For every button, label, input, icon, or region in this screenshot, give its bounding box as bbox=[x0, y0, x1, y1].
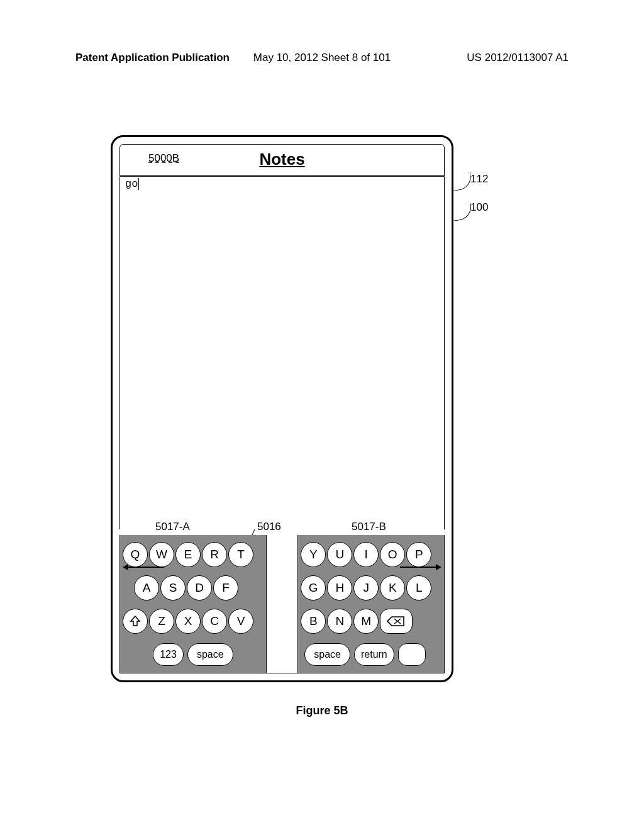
key-s[interactable]: S bbox=[160, 575, 186, 600]
key-o[interactable]: O bbox=[380, 542, 405, 567]
shift-icon bbox=[129, 615, 142, 628]
key-r[interactable]: R bbox=[202, 542, 227, 567]
key-u[interactable]: U bbox=[327, 542, 352, 567]
key-p[interactable]: P bbox=[406, 542, 431, 567]
key-space-left[interactable]: space bbox=[187, 643, 233, 666]
keyboard-right-half[interactable]: Y U I O P G H J K L B N M bbox=[298, 535, 444, 673]
key-t[interactable]: T bbox=[228, 542, 253, 567]
key-blank[interactable] bbox=[398, 643, 426, 666]
drag-arrow-right-icon bbox=[400, 567, 440, 568]
publication-number: US 2012/0113007 A1 bbox=[467, 52, 569, 64]
key-l[interactable]: L bbox=[406, 575, 431, 600]
key-k[interactable]: K bbox=[380, 575, 405, 600]
key-y[interactable]: Y bbox=[301, 542, 326, 567]
notes-text-area[interactable]: go bbox=[119, 177, 445, 529]
key-m[interactable]: M bbox=[353, 609, 379, 634]
callout-112: 112 bbox=[470, 173, 488, 185]
key-w[interactable]: W bbox=[149, 542, 174, 567]
key-g[interactable]: G bbox=[301, 575, 326, 600]
key-return[interactable]: return bbox=[354, 643, 394, 666]
title-bar: 5000B Notes bbox=[119, 144, 445, 177]
key-f[interactable]: F bbox=[213, 575, 238, 600]
key-shift[interactable] bbox=[123, 609, 148, 634]
key-e[interactable]: E bbox=[175, 542, 201, 567]
key-b[interactable]: B bbox=[301, 609, 326, 634]
key-backspace[interactable] bbox=[380, 609, 413, 634]
split-keyboard: Q W E R T A S D F bbox=[119, 535, 445, 673]
key-123[interactable]: 123 bbox=[153, 643, 184, 666]
leader-100 bbox=[452, 203, 473, 221]
device-body: 5000B Notes go 5017-A 5016 5017-B Q W E bbox=[111, 135, 453, 682]
key-x[interactable]: X bbox=[175, 609, 201, 634]
key-n[interactable]: N bbox=[327, 609, 352, 634]
label-5017b: 5017-B bbox=[352, 521, 386, 533]
key-h[interactable]: H bbox=[327, 575, 352, 600]
label-5016: 5016 bbox=[257, 521, 281, 533]
leader-112 bbox=[449, 172, 472, 191]
key-j[interactable]: J bbox=[353, 575, 379, 600]
key-v[interactable]: V bbox=[228, 609, 253, 634]
key-a[interactable]: A bbox=[134, 575, 159, 600]
device-figure: 5000B Notes go 5017-A 5016 5017-B Q W E bbox=[111, 135, 453, 682]
typed-text: go bbox=[125, 178, 139, 190]
backspace-icon bbox=[387, 615, 406, 628]
label-5017a: 5017-A bbox=[155, 521, 190, 533]
key-c[interactable]: C bbox=[202, 609, 227, 634]
key-space-right[interactable]: space bbox=[304, 643, 350, 666]
callout-100: 100 bbox=[470, 201, 488, 214]
keyboard-gap bbox=[266, 535, 299, 673]
figure-caption: Figure 5B bbox=[0, 704, 644, 717]
key-d[interactable]: D bbox=[187, 575, 212, 600]
key-i[interactable]: I bbox=[353, 542, 379, 567]
keyboard-left-half[interactable]: Q W E R T A S D F bbox=[120, 535, 266, 673]
key-q[interactable]: Q bbox=[123, 542, 148, 567]
app-title: Notes bbox=[120, 150, 444, 169]
key-z[interactable]: Z bbox=[149, 609, 174, 634]
drag-arrow-left-icon bbox=[124, 567, 164, 568]
